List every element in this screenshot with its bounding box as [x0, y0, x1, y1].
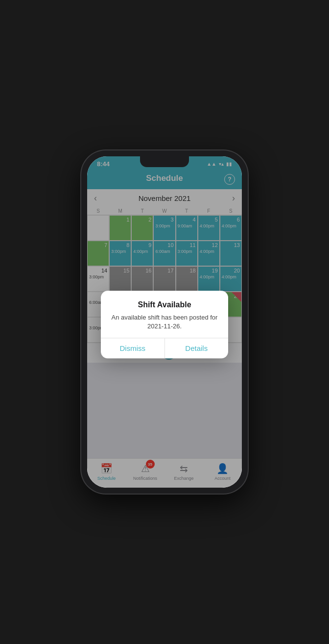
dismiss-button[interactable]: Dismiss	[101, 339, 164, 359]
shift-available-modal: Shift Available An available shift has b…	[101, 291, 228, 358]
phone-screen: 8:44 ▲▲ ▾▴ ▮▮ Schedule ? ‹ November 2021…	[87, 156, 242, 488]
notch	[140, 156, 189, 167]
modal-actions: Dismiss Details	[101, 338, 228, 359]
modal-title: Shift Available	[111, 300, 218, 309]
phone-frame: 8:44 ▲▲ ▾▴ ▮▮ Schedule ? ‹ November 2021…	[81, 150, 248, 494]
modal-body: Shift Available An available shift has b…	[101, 291, 228, 338]
modal-message: An available shift has been posted for 2…	[111, 313, 218, 331]
details-button[interactable]: Details	[164, 339, 229, 359]
